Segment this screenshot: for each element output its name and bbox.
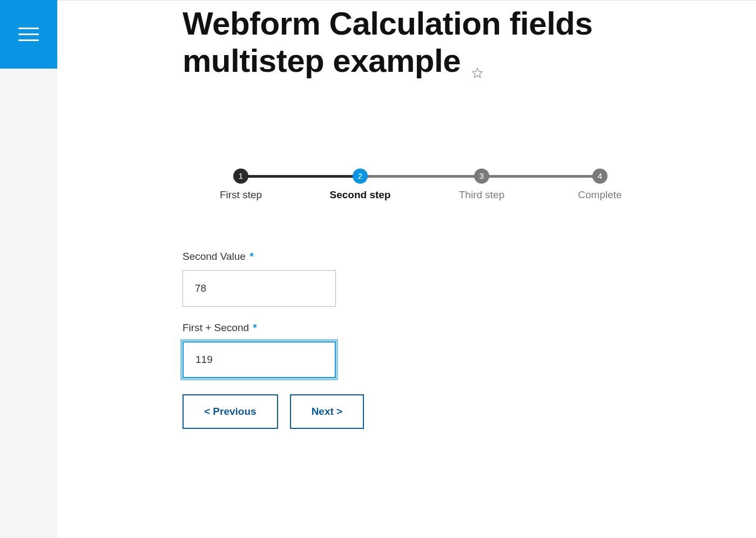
page-title-text: Webform Calculation fields multistep exa…	[183, 5, 592, 79]
progress-line-segment	[482, 175, 600, 178]
field-label-first-plus-second: First + Second *	[183, 322, 625, 334]
star-icon[interactable]	[471, 49, 483, 86]
progress-label-1: First step	[220, 189, 262, 201]
progress-label-3: Third step	[459, 189, 504, 201]
second-value-input[interactable]	[183, 270, 336, 307]
hamburger-menu-button[interactable]	[0, 0, 57, 69]
progress-step-3: 3	[474, 169, 489, 184]
progress-line-segment	[241, 175, 360, 178]
field-label-text: First + Second	[183, 322, 249, 333]
required-marker: *	[249, 251, 253, 262]
form-section: Second Value * First + Second * < Previo…	[183, 251, 625, 429]
progress-indicator: 1 2 3 4 First step Second step Third ste…	[183, 169, 625, 205]
progress-step-1: 1	[233, 169, 248, 184]
progress-line-segment	[360, 175, 482, 178]
hamburger-icon	[18, 28, 39, 41]
previous-button[interactable]: < Previous	[183, 394, 278, 429]
next-button[interactable]: Next >	[290, 394, 364, 429]
required-marker: *	[253, 322, 256, 333]
progress-step-4: 4	[592, 169, 608, 184]
form-field-second-value: Second Value *	[183, 251, 625, 307]
main-content: Webform Calculation fields multistep exa…	[57, 1, 756, 538]
field-label-second-value: Second Value *	[183, 251, 625, 263]
progress-step-2: 2	[353, 169, 368, 184]
button-row: < Previous Next >	[183, 394, 625, 429]
first-plus-second-input[interactable]	[183, 341, 336, 378]
page-title: Webform Calculation fields multistep exa…	[183, 5, 625, 82]
progress-label-2: Second step	[330, 189, 391, 201]
field-label-text: Second Value	[183, 251, 246, 262]
form-field-first-plus-second: First + Second *	[183, 322, 625, 378]
progress-label-4: Complete	[578, 189, 622, 201]
